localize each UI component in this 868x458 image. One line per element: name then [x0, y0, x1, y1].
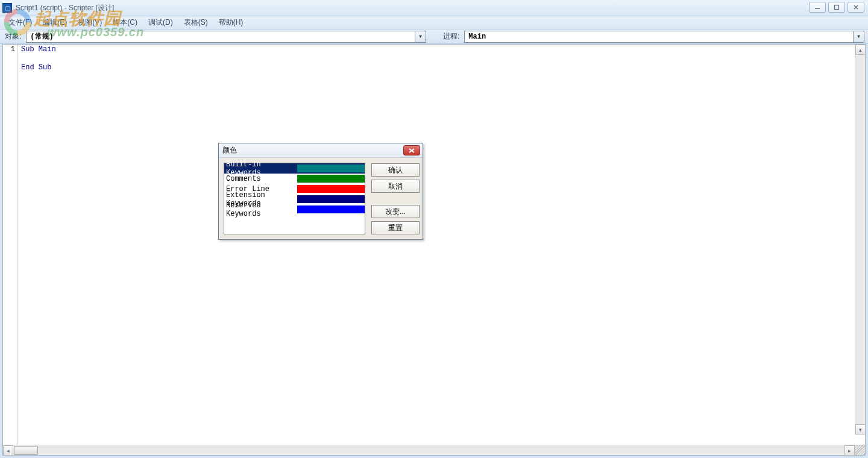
object-combo-value: (常规) [27, 31, 415, 42]
scroll-right-icon[interactable]: ▸ [844, 445, 855, 456]
dialog-close-button[interactable] [403, 145, 420, 155]
line-gutter: 1 [3, 45, 17, 445]
color-list[interactable]: Built-in KeywordsCommentsError LineExten… [224, 163, 365, 234]
color-row[interactable]: Built-in Keywords [224, 163, 365, 174]
editor-pane: 1 Sub Main End Sub ▴ ▾ ◂ ▸ [2, 44, 866, 456]
maximize-button[interactable] [828, 2, 845, 13]
close-button[interactable] [848, 2, 864, 13]
color-name: Comments [226, 175, 297, 183]
scroll-up-icon[interactable]: ▴ [855, 45, 865, 55]
object-proc-bar: 对象: (常规) ▾ 进程: Main ▾ [0, 30, 868, 44]
menu-edit[interactable]: 编辑(E) [38, 16, 72, 29]
vertical-scrollbar[interactable]: ▴ ▾ [855, 45, 865, 434]
title-bar: ▢ Script1 (script) - Scripter [设计] [0, 0, 868, 16]
menu-debug[interactable]: 调试(D) [143, 16, 178, 29]
horizontal-scrollbar[interactable]: ◂ ▸ [3, 445, 865, 455]
color-dialog: 颜色 Built-in KeywordsCommentsError LineEx… [218, 143, 423, 240]
chevron-down-icon: ▾ [415, 31, 426, 42]
scroll-thumb[interactable] [14, 446, 38, 455]
proc-label: 进程: [442, 31, 461, 42]
menu-table[interactable]: 表格(S) [179, 16, 213, 29]
minimize-button[interactable] [809, 2, 826, 13]
menu-view[interactable]: 视图(V) [73, 16, 107, 29]
dialog-buttons: 确认 取消 改变... 重置 [371, 163, 420, 234]
color-row[interactable]: Reserved Keywords [224, 204, 365, 215]
scroll-left-icon[interactable]: ◂ [3, 445, 13, 456]
window-controls [809, 2, 864, 13]
cancel-button[interactable]: 取消 [371, 180, 420, 193]
dialog-title: 颜色 [222, 145, 237, 155]
app-icon: ▢ [2, 3, 12, 13]
window-title: Script1 (script) - Scripter [设计] [16, 3, 114, 13]
color-swatch [297, 175, 365, 183]
object-label: 对象: [4, 31, 22, 42]
code-line: Sub Main [21, 45, 861, 54]
change-button[interactable]: 改变... [371, 205, 420, 218]
code-line [21, 54, 861, 63]
resize-grip-icon[interactable] [855, 445, 865, 455]
code-area[interactable]: Sub Main End Sub [17, 45, 865, 445]
color-swatch [297, 195, 365, 203]
color-swatch [297, 165, 365, 172]
color-swatch [297, 205, 365, 213]
object-combo[interactable]: (常规) ▾ [26, 31, 426, 43]
reset-button[interactable]: 重置 [371, 221, 420, 234]
menu-script[interactable]: 脚本(C) [108, 16, 142, 29]
proc-combo[interactable]: Main ▾ [464, 31, 864, 43]
menu-file[interactable]: 文件(F) [4, 16, 37, 29]
chevron-down-icon: ▾ [853, 31, 864, 42]
color-name: Reserved Keywords [226, 201, 297, 218]
menu-bar: 文件(F) 编辑(E) 视图(V) 脚本(C) 调试(D) 表格(S) 帮助(H… [0, 16, 868, 30]
line-number: 1 [3, 45, 17, 54]
color-row[interactable]: Comments [224, 174, 365, 184]
proc-combo-value: Main [465, 33, 853, 41]
scroll-down-icon[interactable]: ▾ [855, 424, 865, 434]
code-line: End Sub [21, 63, 861, 72]
menu-help[interactable]: 帮助(H) [214, 16, 248, 29]
dialog-title-bar[interactable]: 颜色 [219, 143, 423, 158]
ok-button[interactable]: 确认 [371, 163, 420, 177]
svg-rect-1 [835, 5, 839, 10]
color-swatch [297, 185, 365, 193]
